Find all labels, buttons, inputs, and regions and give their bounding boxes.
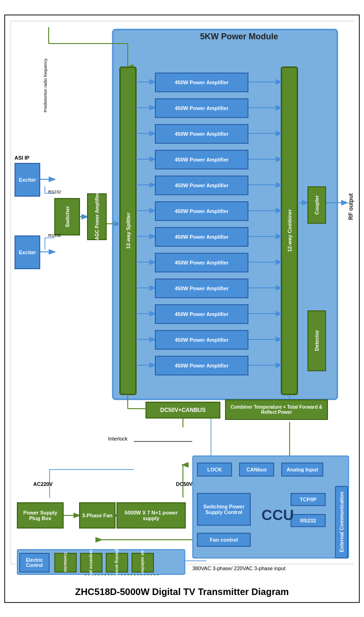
- lock-block: LOCK: [197, 463, 232, 477]
- page-title: ZHC518D-5000W Digital TV Transmitter Dia…: [10, 587, 354, 597]
- ccu-text: CCU: [265, 502, 291, 528]
- asi-ip-label: ASI IP: [15, 155, 29, 161]
- coupler-block: Coupler: [307, 186, 326, 224]
- splitter-label: 12-way Splitter: [120, 67, 136, 395]
- exciter2-block: Exciter: [15, 235, 40, 269]
- analog-input-block: Analog Input: [281, 463, 323, 477]
- amp-12: 450W Power Amplifier: [155, 356, 248, 375]
- power-module-title: 5KW Power Module: [160, 32, 319, 42]
- contactor-block: Contactor: [54, 553, 77, 573]
- ac220v-label: AC220V: [33, 481, 53, 487]
- combiner-label: 12-way Combiner: [281, 67, 298, 395]
- three-phase-fan-block: 3-Phase Fan: [79, 502, 116, 529]
- amp-3: 450W Power Amplifier: [155, 124, 248, 144]
- predistortion-label: Predistortion radio frequency: [42, 27, 49, 144]
- electric-control-block: Electric Control: [19, 553, 50, 573]
- combiner-temp-block: Combiner Temperature + Total Forward & R…: [225, 399, 328, 420]
- amp-7: 450W Power Amplifier: [155, 227, 248, 247]
- amp-2: 450W Power Amplifier: [155, 98, 248, 118]
- exciter1-block: Exciter: [15, 163, 40, 197]
- agc-block: AGC Power Amplifier: [87, 193, 107, 240]
- amp-10: 450W Power Amplifier: [155, 304, 248, 324]
- lightning-block: lightning arrester: [106, 553, 128, 573]
- power-supply-box-block: Power Supply Plug Box: [17, 502, 64, 529]
- rs232-bot-label: RS232: [48, 233, 61, 238]
- amp-4: 450W Power Amplifier: [155, 150, 248, 169]
- switching-psu-block: Switching Power Supply Control: [197, 493, 251, 526]
- psu-5000w-block: 5000W X 7 N+1 power supply: [116, 502, 186, 529]
- amp-9: 450W Power Amplifier: [155, 279, 248, 298]
- dc50v-canbus-block: DC50V+CANBUS: [146, 402, 220, 419]
- phase-seq-block: Phase sequence protector: [80, 553, 102, 573]
- amp-5: 450W Power Amplifier: [155, 176, 248, 195]
- amp-6: 450W Power Amplifier: [155, 201, 248, 221]
- rf-output-label: RF output: [348, 193, 354, 220]
- switcher-block: Switcher: [54, 198, 80, 235]
- amp-11: 450W Power Amplifier: [155, 330, 248, 350]
- amp-8: 450W Power Amplifier: [155, 253, 248, 272]
- fan-control-block: Fan control: [197, 533, 251, 547]
- external-comm-label: External Communication: [335, 486, 348, 558]
- amp-1: 450W Power Amplifier: [155, 73, 248, 92]
- interlock-label: Interlock: [108, 436, 128, 441]
- detector-block: Detector: [307, 310, 326, 371]
- air-switcher-block: air switcher: [131, 553, 154, 573]
- dc50v-label: DC50V: [176, 481, 192, 487]
- tcp-ip-block: TCP/IP: [291, 493, 326, 506]
- canbus-block: CANbus: [239, 463, 274, 477]
- rs232-block: RS232: [291, 514, 326, 527]
- input-label: 380VAC 3-phase/ 220VAC 3-phase input: [192, 566, 285, 571]
- rs232-top-label: RS232: [48, 190, 61, 194]
